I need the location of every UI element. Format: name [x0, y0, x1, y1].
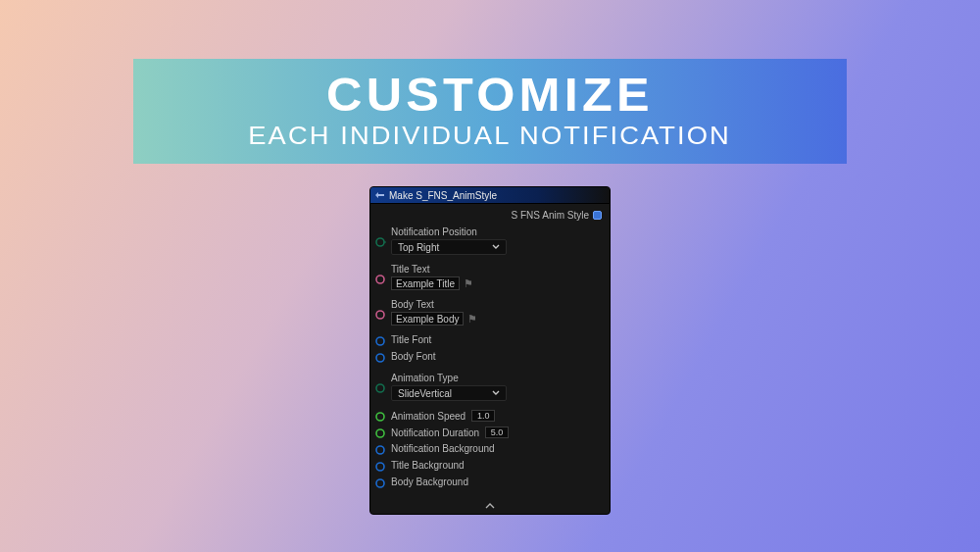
svg-point-6	[376, 413, 384, 421]
svg-point-7	[376, 429, 384, 437]
node-header[interactable]: Make S_FNS_AnimStyle	[370, 187, 610, 204]
row-title-text: Title Text Example Title ⚑	[374, 263, 604, 291]
node-title: Make S_FNS_AnimStyle	[389, 190, 497, 201]
row-notification-background: Notification Background	[374, 442, 604, 457]
pin-icon[interactable]	[374, 352, 386, 364]
pin-icon[interactable]	[374, 477, 386, 489]
pin-label: Title Font	[391, 334, 431, 345]
output-row: S FNS Anim Style	[374, 208, 604, 222]
pin-label: Body Font	[391, 351, 436, 362]
row-body-font: Body Font	[374, 350, 604, 365]
svg-point-8	[376, 446, 384, 454]
banner-subtitle: EACH INDIVIDUAL NOTIFICATION	[249, 121, 732, 151]
title-banner: CUSTOMIZE EACH INDIVIDUAL NOTIFICATION	[133, 59, 847, 164]
pin-label: Title Text	[391, 264, 604, 275]
animation-speed-input[interactable]: 1.0	[471, 410, 495, 422]
pin-label: Notification Duration	[391, 427, 479, 438]
chevron-down-icon	[492, 243, 500, 251]
pin-icon[interactable]	[374, 444, 386, 456]
svg-point-1	[376, 276, 384, 283]
svg-point-9	[376, 463, 384, 471]
pin-label: Notification Background	[391, 443, 495, 454]
blueprint-node: Make S_FNS_AnimStyle S FNS Anim Style No…	[369, 186, 611, 515]
svg-point-2	[376, 311, 384, 319]
row-title-font: Title Font	[374, 333, 604, 348]
pin-icon[interactable]	[374, 411, 386, 423]
output-label: S FNS Anim Style	[512, 210, 589, 221]
pin-label: Animation Speed	[391, 411, 466, 422]
body-text-input[interactable]: Example Body	[391, 312, 464, 326]
dropdown-value: Top Right	[398, 242, 439, 253]
dropdown-value: SlideVertical	[398, 388, 452, 399]
pin-label: Title Background	[391, 460, 465, 471]
banner-title: CUSTOMIZE	[326, 72, 654, 119]
pin-icon[interactable]	[374, 236, 386, 248]
row-body-background: Body Background	[374, 476, 604, 490]
localize-flag-icon[interactable]: ⚑	[464, 277, 473, 290]
pin-label: Animation Type	[391, 373, 604, 383]
chevron-up-icon	[485, 502, 495, 510]
row-body-text: Body Text Example Body ⚑	[374, 298, 604, 326]
animation-type-dropdown[interactable]: SlideVertical	[391, 385, 507, 401]
pin-label: Notification Position	[391, 226, 604, 237]
svg-point-5	[376, 384, 384, 392]
notification-duration-input[interactable]: 5.0	[485, 427, 509, 438]
pin-icon[interactable]	[374, 309, 386, 321]
expand-toggle[interactable]	[370, 500, 610, 512]
localize-flag-icon[interactable]: ⚑	[467, 313, 477, 326]
svg-point-10	[376, 479, 384, 487]
svg-point-3	[376, 337, 384, 345]
row-animation-type: Animation Type SlideVertical	[374, 372, 604, 402]
notification-position-dropdown[interactable]: Top Right	[391, 239, 507, 255]
row-animation-speed: Animation Speed 1.0	[374, 409, 604, 424]
chevron-down-icon	[492, 389, 500, 397]
svg-point-4	[376, 354, 384, 362]
pin-icon[interactable]	[374, 427, 386, 439]
pin-icon[interactable]	[374, 382, 386, 394]
node-body: S FNS Anim Style Notification Position T…	[370, 204, 610, 490]
row-title-background: Title Background	[374, 459, 604, 474]
row-notification-duration: Notification Duration 5.0	[374, 426, 604, 440]
pin-label: Body Text	[391, 299, 604, 310]
svg-point-0	[376, 238, 384, 246]
pin-icon[interactable]	[374, 274, 386, 285]
title-text-input[interactable]: Example Title	[391, 276, 460, 290]
row-notification-position: Notification Position Top Right	[374, 226, 604, 256]
pin-icon[interactable]	[374, 461, 386, 473]
output-pin[interactable]	[593, 211, 602, 220]
pin-label: Body Background	[391, 477, 468, 487]
pin-icon[interactable]	[374, 335, 386, 347]
struct-icon	[374, 190, 385, 201]
